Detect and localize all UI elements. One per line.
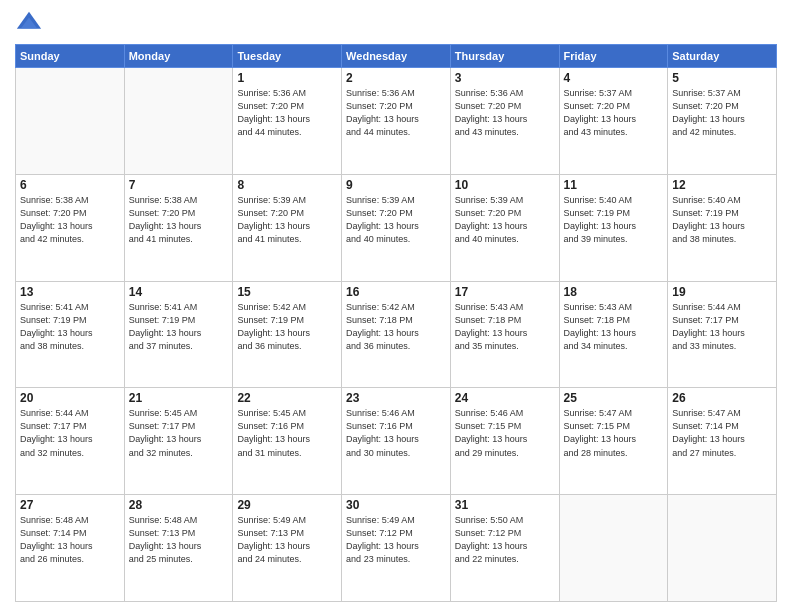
calendar-table: SundayMondayTuesdayWednesdayThursdayFrid… [15, 44, 777, 602]
day-number: 15 [237, 285, 337, 299]
day-number: 26 [672, 391, 772, 405]
day-info: Sunrise: 5:42 AM Sunset: 7:18 PM Dayligh… [346, 301, 446, 353]
day-number: 11 [564, 178, 664, 192]
weekday-header-friday: Friday [559, 45, 668, 68]
calendar-cell: 8Sunrise: 5:39 AM Sunset: 7:20 PM Daylig… [233, 174, 342, 281]
day-number: 22 [237, 391, 337, 405]
day-number: 20 [20, 391, 120, 405]
calendar-cell: 18Sunrise: 5:43 AM Sunset: 7:18 PM Dayli… [559, 281, 668, 388]
calendar-cell [16, 68, 125, 175]
day-info: Sunrise: 5:38 AM Sunset: 7:20 PM Dayligh… [20, 194, 120, 246]
day-number: 3 [455, 71, 555, 85]
calendar-cell: 20Sunrise: 5:44 AM Sunset: 7:17 PM Dayli… [16, 388, 125, 495]
day-number: 6 [20, 178, 120, 192]
calendar-cell: 16Sunrise: 5:42 AM Sunset: 7:18 PM Dayli… [342, 281, 451, 388]
day-info: Sunrise: 5:49 AM Sunset: 7:13 PM Dayligh… [237, 514, 337, 566]
calendar-cell: 27Sunrise: 5:48 AM Sunset: 7:14 PM Dayli… [16, 495, 125, 602]
calendar-cell: 19Sunrise: 5:44 AM Sunset: 7:17 PM Dayli… [668, 281, 777, 388]
day-number: 12 [672, 178, 772, 192]
day-info: Sunrise: 5:39 AM Sunset: 7:20 PM Dayligh… [455, 194, 555, 246]
day-number: 19 [672, 285, 772, 299]
day-info: Sunrise: 5:40 AM Sunset: 7:19 PM Dayligh… [564, 194, 664, 246]
calendar-cell [124, 68, 233, 175]
day-info: Sunrise: 5:38 AM Sunset: 7:20 PM Dayligh… [129, 194, 229, 246]
day-number: 27 [20, 498, 120, 512]
calendar-week-1: 1Sunrise: 5:36 AM Sunset: 7:20 PM Daylig… [16, 68, 777, 175]
calendar-cell: 30Sunrise: 5:49 AM Sunset: 7:12 PM Dayli… [342, 495, 451, 602]
calendar-week-4: 20Sunrise: 5:44 AM Sunset: 7:17 PM Dayli… [16, 388, 777, 495]
day-number: 9 [346, 178, 446, 192]
calendar-header-row: SundayMondayTuesdayWednesdayThursdayFrid… [16, 45, 777, 68]
day-info: Sunrise: 5:42 AM Sunset: 7:19 PM Dayligh… [237, 301, 337, 353]
calendar-cell: 29Sunrise: 5:49 AM Sunset: 7:13 PM Dayli… [233, 495, 342, 602]
calendar-cell: 15Sunrise: 5:42 AM Sunset: 7:19 PM Dayli… [233, 281, 342, 388]
day-number: 18 [564, 285, 664, 299]
day-info: Sunrise: 5:36 AM Sunset: 7:20 PM Dayligh… [455, 87, 555, 139]
day-number: 5 [672, 71, 772, 85]
day-info: Sunrise: 5:45 AM Sunset: 7:16 PM Dayligh… [237, 407, 337, 459]
calendar-week-3: 13Sunrise: 5:41 AM Sunset: 7:19 PM Dayli… [16, 281, 777, 388]
calendar-cell: 26Sunrise: 5:47 AM Sunset: 7:14 PM Dayli… [668, 388, 777, 495]
weekday-header-monday: Monday [124, 45, 233, 68]
day-info: Sunrise: 5:44 AM Sunset: 7:17 PM Dayligh… [672, 301, 772, 353]
header [15, 10, 777, 38]
day-number: 29 [237, 498, 337, 512]
calendar-cell: 23Sunrise: 5:46 AM Sunset: 7:16 PM Dayli… [342, 388, 451, 495]
calendar-cell: 5Sunrise: 5:37 AM Sunset: 7:20 PM Daylig… [668, 68, 777, 175]
day-number: 24 [455, 391, 555, 405]
day-number: 23 [346, 391, 446, 405]
day-info: Sunrise: 5:36 AM Sunset: 7:20 PM Dayligh… [346, 87, 446, 139]
logo-icon [15, 10, 43, 38]
calendar-cell: 21Sunrise: 5:45 AM Sunset: 7:17 PM Dayli… [124, 388, 233, 495]
day-info: Sunrise: 5:47 AM Sunset: 7:15 PM Dayligh… [564, 407, 664, 459]
calendar-cell: 13Sunrise: 5:41 AM Sunset: 7:19 PM Dayli… [16, 281, 125, 388]
calendar-week-5: 27Sunrise: 5:48 AM Sunset: 7:14 PM Dayli… [16, 495, 777, 602]
calendar-cell: 24Sunrise: 5:46 AM Sunset: 7:15 PM Dayli… [450, 388, 559, 495]
day-number: 10 [455, 178, 555, 192]
day-info: Sunrise: 5:43 AM Sunset: 7:18 PM Dayligh… [564, 301, 664, 353]
calendar-cell: 4Sunrise: 5:37 AM Sunset: 7:20 PM Daylig… [559, 68, 668, 175]
day-number: 16 [346, 285, 446, 299]
day-info: Sunrise: 5:37 AM Sunset: 7:20 PM Dayligh… [672, 87, 772, 139]
calendar-cell: 3Sunrise: 5:36 AM Sunset: 7:20 PM Daylig… [450, 68, 559, 175]
day-info: Sunrise: 5:36 AM Sunset: 7:20 PM Dayligh… [237, 87, 337, 139]
day-info: Sunrise: 5:45 AM Sunset: 7:17 PM Dayligh… [129, 407, 229, 459]
day-number: 17 [455, 285, 555, 299]
day-info: Sunrise: 5:40 AM Sunset: 7:19 PM Dayligh… [672, 194, 772, 246]
calendar-cell: 31Sunrise: 5:50 AM Sunset: 7:12 PM Dayli… [450, 495, 559, 602]
calendar-cell: 7Sunrise: 5:38 AM Sunset: 7:20 PM Daylig… [124, 174, 233, 281]
calendar-cell: 6Sunrise: 5:38 AM Sunset: 7:20 PM Daylig… [16, 174, 125, 281]
day-info: Sunrise: 5:48 AM Sunset: 7:14 PM Dayligh… [20, 514, 120, 566]
weekday-header-wednesday: Wednesday [342, 45, 451, 68]
day-info: Sunrise: 5:41 AM Sunset: 7:19 PM Dayligh… [20, 301, 120, 353]
calendar-cell [559, 495, 668, 602]
day-info: Sunrise: 5:44 AM Sunset: 7:17 PM Dayligh… [20, 407, 120, 459]
calendar-cell: 12Sunrise: 5:40 AM Sunset: 7:19 PM Dayli… [668, 174, 777, 281]
day-info: Sunrise: 5:37 AM Sunset: 7:20 PM Dayligh… [564, 87, 664, 139]
day-info: Sunrise: 5:46 AM Sunset: 7:16 PM Dayligh… [346, 407, 446, 459]
day-info: Sunrise: 5:49 AM Sunset: 7:12 PM Dayligh… [346, 514, 446, 566]
day-number: 7 [129, 178, 229, 192]
day-info: Sunrise: 5:47 AM Sunset: 7:14 PM Dayligh… [672, 407, 772, 459]
day-info: Sunrise: 5:50 AM Sunset: 7:12 PM Dayligh… [455, 514, 555, 566]
logo [15, 10, 47, 38]
day-info: Sunrise: 5:43 AM Sunset: 7:18 PM Dayligh… [455, 301, 555, 353]
weekday-header-thursday: Thursday [450, 45, 559, 68]
day-number: 8 [237, 178, 337, 192]
calendar-cell: 28Sunrise: 5:48 AM Sunset: 7:13 PM Dayli… [124, 495, 233, 602]
day-number: 13 [20, 285, 120, 299]
day-number: 30 [346, 498, 446, 512]
day-info: Sunrise: 5:39 AM Sunset: 7:20 PM Dayligh… [237, 194, 337, 246]
calendar-cell: 14Sunrise: 5:41 AM Sunset: 7:19 PM Dayli… [124, 281, 233, 388]
day-info: Sunrise: 5:48 AM Sunset: 7:13 PM Dayligh… [129, 514, 229, 566]
calendar-cell: 9Sunrise: 5:39 AM Sunset: 7:20 PM Daylig… [342, 174, 451, 281]
calendar-cell: 10Sunrise: 5:39 AM Sunset: 7:20 PM Dayli… [450, 174, 559, 281]
day-number: 1 [237, 71, 337, 85]
day-number: 14 [129, 285, 229, 299]
day-number: 25 [564, 391, 664, 405]
day-info: Sunrise: 5:39 AM Sunset: 7:20 PM Dayligh… [346, 194, 446, 246]
calendar-cell: 22Sunrise: 5:45 AM Sunset: 7:16 PM Dayli… [233, 388, 342, 495]
calendar-cell: 17Sunrise: 5:43 AM Sunset: 7:18 PM Dayli… [450, 281, 559, 388]
day-number: 2 [346, 71, 446, 85]
page: SundayMondayTuesdayWednesdayThursdayFrid… [0, 0, 792, 612]
